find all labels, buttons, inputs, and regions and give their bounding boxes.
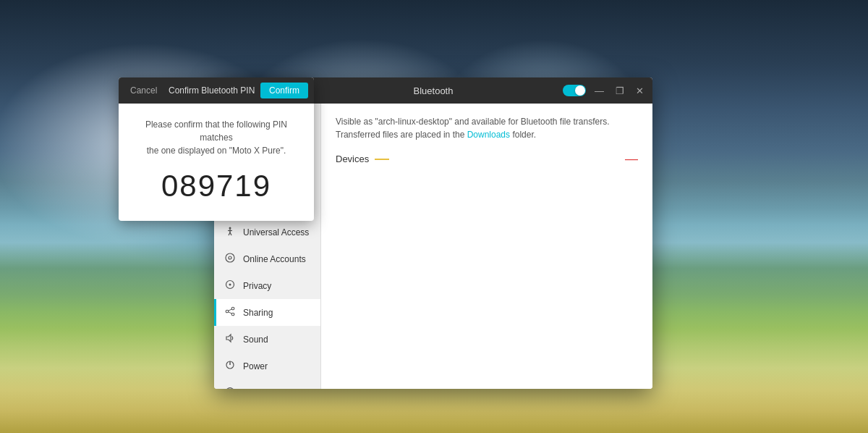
universal-icon (224, 226, 236, 238)
power-label: Power (243, 361, 310, 371)
network-icon (224, 387, 236, 389)
accounts-label: Online Accounts (243, 254, 310, 264)
svg-point-16 (229, 256, 231, 259)
maximize-button[interactable]: ❐ (613, 86, 627, 96)
toggle-knob (575, 85, 585, 96)
svg-point-19 (231, 307, 234, 310)
pin-dialog: Cancel Confirm Bluetooth PIN Confirm Ple… (119, 77, 314, 221)
sound-label: Sound (243, 335, 310, 345)
pin-dialog-header: Cancel Confirm Bluetooth PIN Confirm (119, 77, 314, 104)
pin-cancel-button[interactable]: Cancel (124, 83, 163, 98)
pin-dialog-title: Confirm Bluetooth PIN (163, 85, 260, 96)
sidebar-item-privacy[interactable]: Privacy (214, 272, 320, 299)
svg-point-21 (231, 313, 234, 316)
sharing-label: Sharing (243, 308, 310, 318)
pin-confirm-button[interactable]: Confirm (260, 83, 308, 98)
network-label: Network (243, 388, 310, 390)
sidebar-item-sharing[interactable]: Sharing (214, 299, 320, 326)
bluetooth-toggle[interactable] (563, 85, 586, 96)
devices-line (375, 159, 389, 160)
sidebar-item-accounts[interactable]: Online Accounts (214, 245, 320, 272)
universal-label: Universal Access (243, 227, 310, 237)
sidebar-item-universal[interactable]: Universal Access (214, 219, 320, 245)
svg-point-10 (229, 227, 231, 230)
sidebar-item-power[interactable]: Power (214, 353, 320, 379)
sidebar-item-sound[interactable]: Sound (214, 326, 320, 353)
window-controls: — ❐ ✕ (563, 85, 647, 96)
sidebar-item-network[interactable]: Network (214, 379, 320, 389)
devices-section-label: Devices (336, 154, 369, 164)
privacy-icon (224, 279, 236, 292)
close-button[interactable]: ✕ (633, 86, 647, 96)
power-icon (224, 360, 236, 372)
sound-icon (224, 333, 236, 345)
svg-marker-24 (226, 335, 231, 342)
svg-point-15 (226, 253, 234, 262)
content-area: Visible as "arch-linux-desktop" and avai… (321, 104, 652, 389)
privacy-label: Privacy (243, 281, 310, 291)
svg-line-14 (230, 232, 231, 235)
minimize-button[interactable]: — (592, 86, 607, 96)
accounts-icon (224, 253, 236, 265)
remove-device-button[interactable]: — (625, 151, 638, 167)
window-title: Bluetooth (414, 85, 454, 96)
svg-point-18 (229, 284, 231, 286)
devices-section-header: Devices — (336, 151, 638, 167)
pin-message: Please confirm that the following PIN ma… (130, 118, 302, 157)
pin-dialog-body: Please confirm that the following PIN ma… (119, 104, 314, 221)
svg-line-23 (229, 312, 232, 314)
pin-code: 089719 (130, 169, 302, 203)
sharing-icon (224, 306, 236, 319)
info-text-block: Visible as "arch-linux-desktop" and avai… (336, 115, 638, 141)
svg-line-22 (229, 309, 232, 311)
downloads-link[interactable]: Downloads (467, 130, 510, 140)
svg-point-20 (226, 310, 229, 313)
